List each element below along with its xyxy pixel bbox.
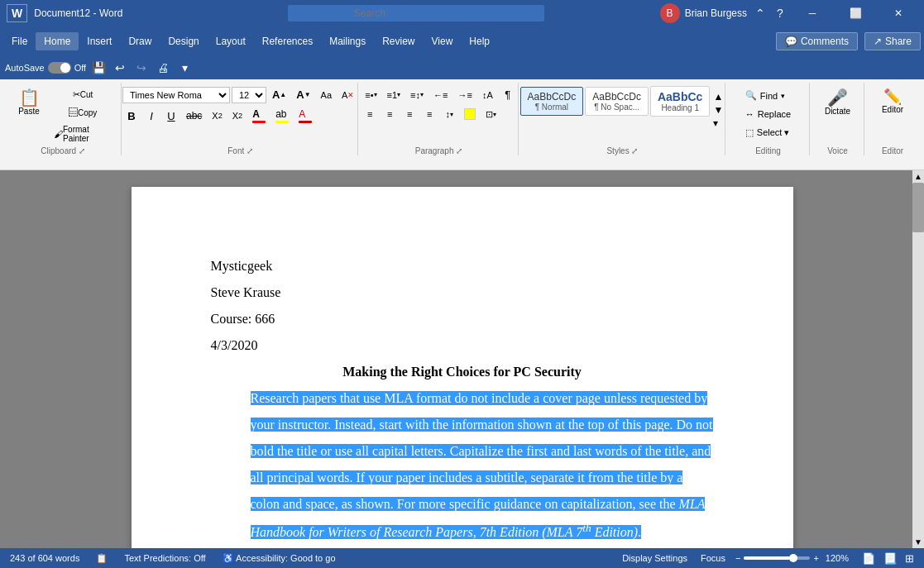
style-no-spacing-button[interactable]: AaBbCcDc ¶ No Spac... — [585, 87, 649, 116]
font-family-select[interactable]: Times New Roma Arial Calibri — [122, 87, 230, 103]
subscript-button[interactable]: X2 — [208, 107, 226, 124]
align-left-button[interactable]: ≡ — [361, 106, 379, 122]
styles-scroll-up[interactable]: ▲ — [713, 91, 723, 103]
underline-button[interactable]: U — [162, 107, 180, 125]
align-right-button[interactable]: ≡ — [400, 106, 419, 122]
dictate-button[interactable]: 🎤 Dictate — [819, 86, 856, 119]
multilevel-button[interactable]: ≡↕▾ — [406, 87, 428, 103]
proofing-status[interactable]: 📋 — [93, 551, 111, 566]
font-grow-button[interactable]: A▲ — [268, 86, 290, 103]
print-button[interactable]: 🖨 — [154, 59, 172, 77]
quick-access-more[interactable]: ▾ — [175, 59, 194, 77]
close-button[interactable]: ✕ — [879, 0, 917, 26]
scrollbar-down[interactable]: ▼ — [912, 536, 924, 548]
bold-button[interactable]: B — [122, 107, 141, 125]
cut-button[interactable]: ✂ Cut — [50, 86, 116, 103]
text-predictions[interactable]: Text Predictions: Off — [121, 551, 208, 565]
paste-button[interactable]: 📋 Paste — [10, 86, 48, 119]
styles-scroll-down[interactable]: ▼ — [713, 104, 723, 116]
view-focus[interactable]: ⊞ — [902, 551, 917, 566]
find-button[interactable]: 🔍 Find ▾ — [740, 86, 797, 105]
select-button[interactable]: ⬚ Select ▾ — [740, 123, 797, 142]
microphone-icon: 🎤 — [827, 89, 848, 106]
show-marks-button[interactable]: ¶ — [499, 86, 517, 103]
menu-layout[interactable]: Layout — [208, 32, 254, 50]
menu-design[interactable]: Design — [160, 32, 207, 50]
italic-button[interactable]: I — [142, 107, 160, 125]
ribbon-group-styles: AaBbCcDc ¶ Normal AaBbCcDc ¶ No Spac... … — [520, 83, 725, 155]
style-normal-button[interactable]: AaBbCcDc ¶ Normal — [520, 87, 584, 116]
numbering-button[interactable]: ≡1▾ — [383, 87, 405, 103]
document-area: Mysticgeek Steve Krause Course: 666 4/3/… — [0, 170, 924, 548]
accessibility-status[interactable]: ♿ Accessibility: Good to go — [219, 551, 339, 566]
font-size-select[interactable]: 12 10 11 14 — [232, 87, 266, 103]
highlight-button[interactable]: ab — [271, 106, 293, 126]
styles-scroll[interactable]: ▲ ▼ ▾ — [711, 89, 725, 131]
focus-button[interactable]: Focus — [697, 551, 729, 565]
share-button[interactable]: ↗ Share — [864, 32, 921, 50]
menu-home[interactable]: Home — [36, 32, 79, 50]
font-color2-button[interactable]: A — [294, 106, 316, 126]
menu-insert[interactable]: Insert — [79, 32, 120, 50]
menu-file[interactable]: File — [3, 32, 36, 50]
copy-button[interactable]: ⿳ Copy — [50, 104, 116, 121]
accessibility-icon: ♿ — [223, 553, 234, 563]
borders-button[interactable]: ⊡▾ — [481, 106, 500, 122]
font-color-button[interactable]: A — [248, 106, 270, 126]
increase-indent-button[interactable]: →≡ — [453, 87, 476, 103]
style-heading1-button[interactable]: AaBbCc Heading 1 — [650, 86, 710, 117]
word-count[interactable]: 243 of 604 words — [7, 551, 83, 565]
menu-draw[interactable]: Draw — [120, 32, 160, 50]
font-shrink-button[interactable]: A▼ — [292, 86, 314, 103]
redo-button[interactable]: ↪ — [132, 59, 151, 77]
scrollbar-up[interactable]: ▲ — [912, 170, 924, 183]
user-avatar: B — [660, 3, 680, 23]
replace-button[interactable]: ↔ Replace — [740, 105, 797, 123]
ribbon-toggle-icon[interactable]: ⌃ — [752, 5, 768, 21]
zoom-out-icon[interactable]: − — [735, 553, 740, 563]
menu-help[interactable]: Help — [461, 32, 498, 50]
align-center-button[interactable]: ≡ — [381, 106, 399, 122]
line-spacing-button[interactable]: ↕▾ — [440, 106, 458, 122]
menu-review[interactable]: Review — [374, 32, 423, 50]
menu-references[interactable]: References — [254, 32, 321, 50]
minimize-button[interactable]: ─ — [793, 0, 831, 26]
zoom-percent[interactable]: 120% — [822, 551, 852, 565]
zoom-control[interactable]: − + 120% — [735, 551, 852, 565]
title-search-input[interactable] — [288, 5, 544, 21]
menu-mailings[interactable]: Mailings — [321, 32, 374, 50]
styles-expand[interactable]: ▾ — [713, 117, 723, 129]
cut-icon: ✂ — [73, 89, 80, 100]
decrease-indent-button[interactable]: ←≡ — [429, 87, 452, 103]
scrollbar-thumb[interactable] — [912, 183, 924, 232]
display-settings[interactable]: Display Settings — [619, 551, 691, 565]
undo-button[interactable]: ↩ — [111, 59, 129, 77]
help-icon[interactable]: ? — [772, 5, 788, 21]
change-case-button[interactable]: Aa — [317, 87, 336, 103]
save-button[interactable]: 💾 — [89, 59, 108, 77]
sort-button[interactable]: ↕A — [478, 87, 497, 103]
view-print-layout[interactable]: 📄 — [859, 551, 879, 566]
clear-formatting-button[interactable]: A✕ — [338, 87, 358, 103]
ribbon-group-editing: 🔍 Find ▾ ↔ Replace ⬚ Select ▾ Editing — [727, 83, 810, 155]
superscript-button[interactable]: X2 — [228, 107, 247, 124]
zoom-slider[interactable] — [744, 556, 810, 560]
editor-button[interactable]: ✏️ Editor — [876, 86, 909, 117]
menu-view[interactable]: View — [424, 32, 462, 50]
zoom-in-icon[interactable]: + — [813, 553, 818, 563]
shading-button[interactable] — [460, 106, 480, 122]
paragraph-label: Paragraph ⤢ — [360, 146, 518, 155]
ribbon-group-voice: 🎤 Dictate Voice — [811, 83, 864, 155]
view-web-layout[interactable]: 📃 — [880, 551, 900, 566]
justify-button[interactable]: ≡ — [420, 106, 438, 122]
document-page[interactable]: Mysticgeek Steve Krause Course: 666 4/3/… — [132, 187, 793, 548]
autosave-toggle[interactable]: AutoSave Off — [5, 62, 86, 74]
format-painter-button[interactable]: 🖌 Format Painter — [50, 122, 116, 146]
bullets-button[interactable]: ≡•▾ — [361, 87, 381, 103]
autosave-track[interactable] — [48, 62, 71, 74]
copy-icon: ⿳ — [69, 107, 78, 117]
strikethrough-button[interactable]: abc — [182, 107, 206, 124]
document-scrollbar[interactable]: ▲ ▼ — [912, 170, 924, 548]
comments-button[interactable]: 💬 Comments — [776, 32, 858, 50]
restore-button[interactable]: ⬜ — [836, 0, 874, 26]
